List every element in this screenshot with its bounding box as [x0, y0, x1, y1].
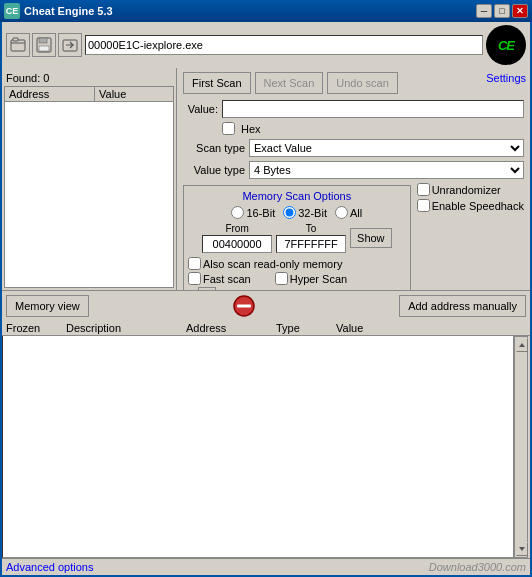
value-column-header2: Value	[336, 322, 510, 334]
frozen-column-header: Frozen	[6, 322, 66, 334]
maximize-button[interactable]: □	[494, 4, 510, 18]
toolbar: CE	[2, 22, 530, 68]
pause-game-check[interactable]: Pause the game while scanning	[224, 290, 394, 291]
frozen-label: Frozen	[6, 322, 40, 334]
radio-32bit[interactable]: 32-Bit	[283, 206, 327, 219]
address-column-header: Address	[5, 87, 95, 101]
svg-rect-7	[237, 305, 251, 308]
unrandomizer-check[interactable]: Unrandomizer	[417, 183, 524, 196]
enable-speedhack-check[interactable]: Enable Speedhack	[417, 199, 524, 212]
addr-table-body	[2, 336, 514, 558]
scroll-down-arrow[interactable]	[516, 542, 528, 556]
show-button[interactable]: Show	[350, 228, 392, 248]
type-label: Type	[276, 322, 300, 334]
main-window: CE Found: 0 Address Value First Scan Nex…	[0, 22, 532, 577]
description-column-header: Description	[66, 322, 186, 334]
hyper-scan-check[interactable]: Hyper Scan	[275, 272, 347, 285]
settings-link[interactable]: Settings	[486, 72, 526, 84]
unrandomizer-label: Unrandomizer	[432, 184, 501, 196]
pause-game-input[interactable]	[224, 290, 237, 291]
scan-options-checks: Also scan read-only memory Fast scan	[188, 257, 406, 290]
scan-buttons-row: First Scan Next Scan Undo scan Settings	[183, 72, 524, 94]
arrow-icon[interactable]	[198, 287, 216, 290]
hyper-scan-label: Hyper Scan	[290, 273, 347, 285]
addr-label: Address	[186, 322, 226, 334]
title-bar: CE Cheat Engine 5.3 ─ □ ✕	[0, 0, 532, 22]
addr-table-body-wrapper	[2, 336, 530, 558]
bottom-bar: Memory view Add address manually	[2, 290, 530, 321]
load-button[interactable]	[58, 33, 82, 57]
scan-type-label: Scan type	[183, 142, 245, 154]
value-input[interactable]	[222, 100, 524, 118]
hex-label-text: Hex	[241, 123, 261, 135]
fast-scan-input[interactable]	[188, 272, 201, 285]
first-scan-button[interactable]: First Scan	[183, 72, 251, 94]
svg-rect-3	[39, 38, 47, 43]
svg-rect-4	[39, 46, 49, 51]
scan-type-select[interactable]: Exact Value Bigger than... Smaller than.…	[249, 139, 524, 157]
value-type-label: Value type	[183, 164, 245, 176]
radio-16bit-input[interactable]	[231, 206, 244, 219]
address-list-header: Address Value	[4, 86, 174, 102]
hex-checkbox[interactable]	[222, 122, 235, 135]
mem-scan-box: Memory Scan Options 16-Bit 32-Bit	[183, 183, 411, 290]
to-input[interactable]	[276, 235, 346, 253]
main-body: Found: 0 Address Value First Scan Next S…	[2, 68, 530, 290]
from-label: From	[225, 223, 248, 234]
vertical-scrollbar[interactable]	[514, 336, 528, 558]
pause-game-row: Pause the game while scanning	[188, 287, 406, 290]
right-checkboxes: Unrandomizer Enable Speedhack	[417, 183, 524, 290]
save-button[interactable]	[32, 33, 56, 57]
advanced-options-link[interactable]: Advanced options	[6, 561, 93, 573]
read-only-label: Also scan read-only memory	[203, 258, 342, 270]
value-row: Value:	[183, 100, 524, 118]
toolbar-icons	[6, 33, 82, 57]
close-button[interactable]: ✕	[512, 4, 528, 18]
value-type-select[interactable]: Byte 2 Bytes 4 Bytes 8 Bytes Float Doubl…	[249, 161, 524, 179]
radio-32bit-input[interactable]	[283, 206, 296, 219]
add-address-button[interactable]: Add address manually	[399, 295, 526, 317]
scroll-track	[515, 353, 527, 541]
read-only-input[interactable]	[188, 257, 201, 270]
mem-scan-radios: 16-Bit 32-Bit All	[188, 206, 406, 219]
memory-view-button[interactable]: Memory view	[6, 295, 89, 317]
next-scan-button[interactable]: Next Scan	[255, 72, 324, 94]
address-list-body	[4, 102, 174, 288]
read-only-row: Also scan read-only memory	[188, 257, 406, 270]
fast-scan-label: Fast scan	[203, 273, 251, 285]
scroll-up-arrow[interactable]	[516, 338, 528, 352]
value-column-header: Value	[95, 87, 173, 101]
address-column-header2: Address	[186, 322, 276, 334]
radio-16bit[interactable]: 16-Bit	[231, 206, 275, 219]
radio-all-input[interactable]	[335, 206, 348, 219]
radio-all-label: All	[350, 207, 362, 219]
to-label: To	[306, 223, 317, 234]
unrandomizer-input[interactable]	[417, 183, 430, 196]
fast-scan-row: Fast scan Hyper Scan	[188, 272, 406, 285]
no-entry-icon	[232, 294, 256, 318]
to-col: To	[276, 223, 346, 253]
radio-32bit-label: 32-Bit	[298, 207, 327, 219]
desc-label: Description	[66, 322, 121, 334]
radio-all[interactable]: All	[335, 206, 362, 219]
speedhack-input[interactable]	[417, 199, 430, 212]
process-input[interactable]	[85, 35, 483, 55]
undo-scan-button[interactable]: Undo scan	[327, 72, 398, 94]
open-process-button[interactable]	[6, 33, 30, 57]
title-bar-text: Cheat Engine 5.3	[24, 5, 476, 17]
scrollbar-header-spacer	[510, 322, 526, 334]
minimize-button[interactable]: ─	[476, 4, 492, 18]
from-input[interactable]	[202, 235, 272, 253]
radio-16bit-label: 16-Bit	[246, 207, 275, 219]
watermark: Download3000.com	[429, 561, 526, 573]
footer: Advanced options Download3000.com	[2, 558, 530, 575]
hex-row: Hex	[183, 122, 524, 135]
mem-scan-title: Memory Scan Options	[188, 190, 406, 202]
read-only-check[interactable]: Also scan read-only memory	[188, 257, 342, 270]
title-bar-buttons: ─ □ ✕	[476, 4, 528, 18]
app-icon: CE	[4, 3, 20, 19]
mem-scan-area: Memory Scan Options 16-Bit 32-Bit	[183, 183, 524, 290]
hyper-scan-input[interactable]	[275, 272, 288, 285]
svg-rect-0	[11, 40, 25, 51]
fast-scan-check[interactable]: Fast scan	[188, 272, 251, 285]
